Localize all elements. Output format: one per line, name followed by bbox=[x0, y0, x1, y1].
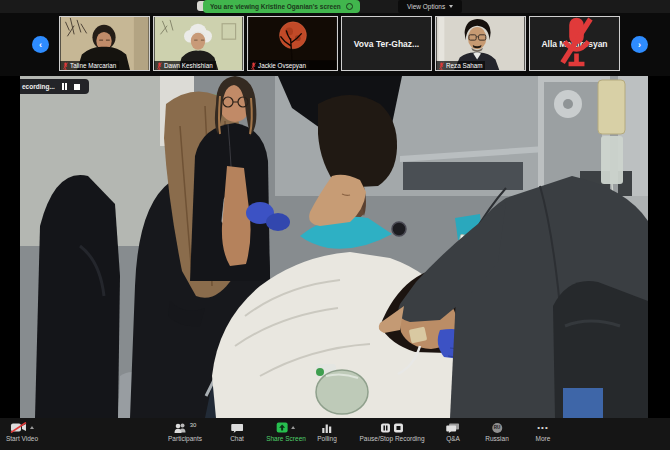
pause-icon[interactable] bbox=[62, 83, 68, 90]
view-options-button[interactable]: View Options bbox=[398, 0, 462, 13]
stop-recording-icon bbox=[393, 423, 403, 433]
muted-mic-icon bbox=[439, 62, 444, 70]
muted-mic-icon bbox=[63, 62, 68, 70]
participants-count-badge: 30 bbox=[190, 422, 197, 428]
participant-tile-reza[interactable]: Reza Saham bbox=[435, 16, 526, 71]
recording-indicator-text: ecording... bbox=[22, 83, 55, 90]
more-label: More bbox=[536, 435, 551, 442]
participant-name-tag: Reza Saham bbox=[436, 61, 485, 70]
polling-bar-chart-icon bbox=[321, 423, 332, 433]
qa-label: Q&A bbox=[446, 435, 460, 442]
participant-name-tag: Dawn Keshishian bbox=[154, 61, 216, 70]
muted-mic-icon bbox=[157, 62, 162, 70]
filmstrip-tiles: Taline Marcarian bbox=[59, 16, 620, 71]
participants-label: Participants bbox=[168, 435, 202, 442]
qa-bubbles-icon bbox=[446, 423, 459, 433]
participant-name-tag: Taline Marcarian bbox=[60, 61, 119, 70]
participant-filmstrip: ‹ bbox=[0, 13, 670, 76]
participant-tile-dawn[interactable]: Dawn Keshishian bbox=[153, 16, 244, 71]
share-screen-icon bbox=[277, 422, 289, 433]
share-screen-button[interactable]: Share Screen bbox=[266, 422, 306, 442]
chat-button[interactable]: Chat bbox=[230, 422, 244, 442]
interpretation-button[interactable]: RU Russian bbox=[485, 422, 508, 442]
shared-screen-area: ecording... bbox=[0, 76, 670, 418]
viewing-screen-banner-text: You are viewing Kristine Oganian's scree… bbox=[210, 3, 341, 10]
interpretation-label: Russian bbox=[485, 435, 508, 442]
chevron-up-icon[interactable] bbox=[30, 426, 34, 429]
pause-stop-recording-label: Pause/Stop Recording bbox=[359, 435, 424, 442]
shared-screen-video: ecording... bbox=[20, 76, 648, 418]
polling-button[interactable]: Polling bbox=[317, 422, 337, 442]
polling-label: Polling bbox=[317, 435, 337, 442]
filmstrip-prev-button[interactable]: ‹ bbox=[32, 36, 49, 53]
filmstrip-next-button[interactable]: › bbox=[631, 36, 648, 53]
share-screen-label: Share Screen bbox=[266, 435, 306, 442]
participant-tile-vova[interactable]: Vova Ter-Ghaz... bbox=[341, 16, 432, 71]
participant-name-center: Vova Ter-Ghaz... bbox=[342, 17, 431, 70]
participant-tile-jackie[interactable]: Jackie Ovsepyan bbox=[247, 16, 338, 71]
muted-mic-icon bbox=[532, 16, 620, 68]
stop-icon[interactable] bbox=[74, 84, 80, 90]
chat-bubble-icon bbox=[231, 423, 243, 433]
language-ru-icon: RU bbox=[492, 423, 502, 433]
participants-icon bbox=[174, 423, 187, 433]
start-video-label: Start Video bbox=[6, 435, 38, 442]
muted-mic-icon bbox=[251, 62, 256, 70]
chevron-down-icon bbox=[449, 5, 453, 8]
eye-icon bbox=[346, 3, 353, 10]
viewing-screen-banner: You are viewing Kristine Oganian's scree… bbox=[203, 0, 360, 13]
medical-simulation-scene bbox=[20, 76, 648, 418]
meeting-toolbar: Start Video 30 Participants Chat bbox=[0, 418, 670, 450]
chevron-up-icon[interactable] bbox=[292, 426, 296, 429]
participant-tile-taline[interactable]: Taline Marcarian bbox=[59, 16, 150, 71]
participant-tile-alla[interactable]: Alla Martirosyan bbox=[529, 16, 620, 71]
pause-recording-icon bbox=[380, 423, 390, 433]
recording-indicator: ecording... bbox=[20, 79, 89, 94]
top-bar: You are viewing Kristine Oganian's scree… bbox=[0, 0, 670, 13]
video-camera-off-icon bbox=[10, 422, 27, 433]
pause-stop-recording-button[interactable]: Pause/Stop Recording bbox=[359, 422, 424, 442]
chat-label: Chat bbox=[230, 435, 244, 442]
participant-name-tag: Jackie Ovsepyan bbox=[248, 61, 309, 70]
more-dots-icon: ••• bbox=[537, 423, 548, 433]
participants-button[interactable]: 30 Participants bbox=[168, 422, 202, 442]
start-video-button[interactable]: Start Video bbox=[6, 422, 38, 442]
view-options-label: View Options bbox=[407, 3, 445, 10]
qa-button[interactable]: Q&A bbox=[446, 422, 460, 442]
more-button[interactable]: ••• More bbox=[536, 422, 551, 442]
zoom-meeting-window: You are viewing Kristine Oganian's scree… bbox=[0, 0, 670, 450]
